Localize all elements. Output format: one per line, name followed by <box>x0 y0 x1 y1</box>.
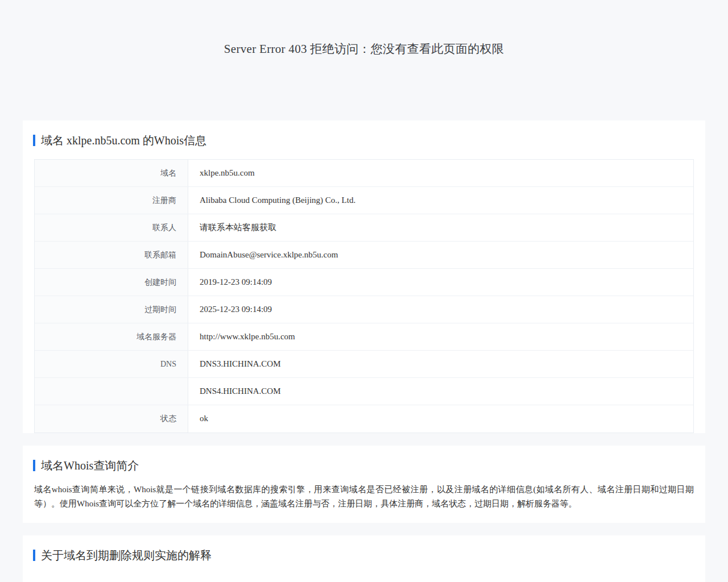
intro-section-header: 域名Whois查询简介 <box>23 446 705 473</box>
row-value: DNS3.HICHINA.COM <box>188 351 693 377</box>
row-value: 请联系本站客服获取 <box>188 214 693 241</box>
row-value: 2019-12-23 09:14:09 <box>188 269 693 296</box>
table-row-dns4: DNS4.HICHINA.COM <box>35 378 693 405</box>
table-row-expires: 过期时间 2025-12-23 09:14:09 <box>35 296 693 323</box>
row-value: 2025-12-23 09:14:09 <box>188 296 693 323</box>
row-label: 联系人 <box>35 214 188 241</box>
table-row-email: 联系邮箱 DomainAbuse@service.xklpe.nb5u.com <box>35 242 693 269</box>
row-label <box>35 378 188 405</box>
row-label: 过期时间 <box>35 296 188 323</box>
row-label: 创建时间 <box>35 269 188 296</box>
table-row-nameserver: 域名服务器 http://www.xklpe.nb5u.com <box>35 323 693 351</box>
intro-paragraph: 域名whois查询简单来说，Whois就是一个链接到域名数据库的搜索引擎，用来查… <box>34 483 694 523</box>
whois-table: 域名 xklpe.nb5u.com 注册商 Alibaba Cloud Comp… <box>34 159 694 433</box>
accent-bar <box>33 135 35 146</box>
row-value: ok <box>188 405 693 433</box>
row-value: Alibaba Cloud Computing (Beijing) Co., L… <box>188 187 693 214</box>
row-label: 域名 <box>35 160 188 186</box>
server-error-title: Server Error 403 拒绝访问：您没有查看此页面的权限 <box>0 0 728 57</box>
accent-bar <box>33 550 35 561</box>
row-value: DomainAbuse@service.xklpe.nb5u.com <box>188 242 693 268</box>
row-label: 状态 <box>35 405 188 433</box>
whois-section-header: 域名 xklpe.nb5u.com 的Whois信息 <box>23 120 705 148</box>
row-value: DNS4.HICHINA.COM <box>188 378 693 405</box>
rules-section-header: 关于域名到期删除规则实施的解释 <box>23 535 705 563</box>
table-row-registrar: 注册商 Alibaba Cloud Computing (Beijing) Co… <box>35 187 693 214</box>
whois-info-card: 域名 xklpe.nb5u.com 的Whois信息 域名 xklpe.nb5u… <box>23 120 705 433</box>
whois-section-title: 域名 xklpe.nb5u.com 的Whois信息 <box>41 133 206 148</box>
table-row-domain: 域名 xklpe.nb5u.com <box>35 160 693 187</box>
intro-section-title: 域名Whois查询简介 <box>41 458 139 473</box>
row-value: xklpe.nb5u.com <box>188 160 693 186</box>
row-label: 联系邮箱 <box>35 242 188 268</box>
row-label: 域名服务器 <box>35 323 188 350</box>
deletion-rules-card: 关于域名到期删除规则实施的解释 <box>23 535 705 582</box>
table-row-status: 状态 ok <box>35 405 693 433</box>
table-row-dns3: DNS DNS3.HICHINA.COM <box>35 351 693 378</box>
row-value: http://www.xklpe.nb5u.com <box>188 323 693 350</box>
row-label: DNS <box>35 351 188 377</box>
whois-intro-card: 域名Whois查询简介 域名whois查询简单来说，Whois就是一个链接到域名… <box>23 446 705 523</box>
table-row-created: 创建时间 2019-12-23 09:14:09 <box>35 269 693 296</box>
row-label: 注册商 <box>35 187 188 214</box>
rules-section-title: 关于域名到期删除规则实施的解释 <box>41 548 212 563</box>
table-row-contact: 联系人 请联系本站客服获取 <box>35 214 693 242</box>
accent-bar <box>33 460 35 471</box>
